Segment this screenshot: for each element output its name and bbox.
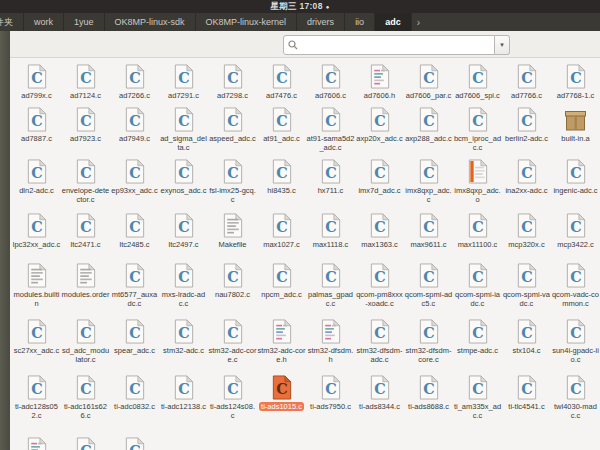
file-item[interactable]: C ti-ads8688.c [404, 374, 453, 420]
clock-indicator[interactable]: 星期三 17:08 ● [270, 1, 329, 13]
file-item[interactable]: imx8qxp_adc.o [453, 158, 502, 204]
file-item[interactable]: C ad7266.c [110, 63, 159, 100]
file-item[interactable]: ad7606.h [355, 63, 404, 100]
file-item[interactable]: C fsl-imx25-gcq.c [208, 158, 257, 204]
file-item[interactable]: C max1363.c [355, 212, 404, 249]
file-item[interactable]: C ad7887.c [12, 106, 61, 152]
file-item[interactable]: C stm32-dfsdm-core.c [404, 318, 453, 364]
file-item[interactable]: C imx8qxp_adc.c [404, 158, 453, 204]
file-item[interactable]: C ina2xx-adc.c [502, 158, 551, 204]
file-item[interactable]: C mt6577_auxadc.c [110, 262, 159, 308]
file-item[interactable]: C sd_adc_modulator.c [61, 318, 110, 364]
file-item[interactable]: C qcom-spmi-vadc.c [502, 262, 551, 308]
file-item[interactable]: C qcom-spmi-iadc.c [453, 262, 502, 308]
path-tab[interactable]: work [24, 13, 64, 31]
path-tab[interactable]: drivers [297, 13, 345, 31]
file-item[interactable]: C max9611.c [404, 212, 453, 249]
file-item[interactable]: C berlin2-adc.c [502, 106, 551, 152]
file-item[interactable]: C stm32-adc-core.c [208, 318, 257, 364]
file-item[interactable]: C ti-tlc4541.c [502, 374, 551, 420]
file-icon: C [125, 436, 145, 450]
file-item[interactable]: C ad7949.c [110, 106, 159, 152]
file-item[interactable]: C stm32-dfsdm-adc.c [355, 318, 404, 364]
file-item[interactable]: C ti-ads1015.c [257, 374, 306, 420]
file-item[interactable]: C hi8435.c [257, 158, 306, 204]
file-item[interactable]: C ltc2485.c [110, 212, 159, 249]
file-item[interactable]: C ti-ads8344.c [355, 374, 404, 420]
file-item[interactable]: C sc27xx_adc.c [12, 318, 61, 364]
file-item[interactable]: C ad799x.c [12, 63, 61, 100]
file-item[interactable]: C ad7606.c [306, 63, 355, 100]
file-item[interactable]: C ti-adc12138.c [159, 374, 208, 420]
file-item[interactable]: C ad7606_spi.c [453, 63, 502, 100]
file-item[interactable]: C envelope-detector.c [61, 158, 110, 204]
file-item[interactable]: C qcom-spmi-adc5.c [404, 262, 453, 308]
file-item[interactable]: built-in.a [551, 106, 600, 152]
file-item[interactable]: C ad7298.c [208, 63, 257, 100]
file-item[interactable]: C [110, 436, 159, 450]
file-item[interactable]: C ti_am335x_adc.c [453, 374, 502, 420]
search-input[interactable] [301, 37, 490, 53]
file-item[interactable]: C ltc2471.c [61, 212, 110, 249]
file-item[interactable]: C ad7766.c [502, 63, 551, 100]
file-item[interactable]: C ltc2497.c [159, 212, 208, 249]
file-item[interactable]: C stm32-adc.c [159, 318, 208, 364]
file-item[interactable]: C qcom-pm8xxx-xoadc.c [355, 262, 404, 308]
file-item[interactable]: modules.order [61, 262, 110, 308]
path-tab[interactable]: OK8MP-linux-kernel [196, 13, 298, 31]
file-item[interactable]: C stmpe-adc.c [453, 318, 502, 364]
file-item[interactable]: stm32-adc-core.h [257, 318, 306, 364]
file-item[interactable]: C twl4030-madc.c [551, 374, 600, 420]
file-item[interactable]: C axp20x_adc.c [355, 106, 404, 152]
file-item[interactable]: modules.builtin [12, 262, 61, 308]
chevron-right-icon[interactable]: › [412, 13, 425, 31]
file-item[interactable]: C ti-adc161s626.c [61, 374, 110, 420]
path-tab[interactable]: OK8MP-linux-sdk [105, 13, 196, 31]
file-item[interactable]: C mcp320x.c [502, 212, 551, 249]
file-item[interactable]: C qcom-vadc-common.c [551, 262, 600, 308]
file-item[interactable]: C ti-adc0832.c [110, 374, 159, 420]
file-item[interactable]: stm32-dfsdm.h [306, 318, 355, 364]
file-item[interactable]: C ad7923.c [61, 106, 110, 152]
file-item[interactable]: C max1118.c [306, 212, 355, 249]
file-item[interactable]: Makefile [208, 212, 257, 249]
file-item[interactable]: C imx7d_adc.c [355, 158, 404, 204]
file-item[interactable]: C axp288_adc.c [404, 106, 453, 152]
file-item[interactable]: C bcm_iproc_adc.c [453, 106, 502, 152]
file-item[interactable]: C ad7768-1.c [551, 63, 600, 100]
file-item[interactable]: C stx104.c [502, 318, 551, 364]
file-item[interactable]: C palmas_gpadc.c [306, 262, 355, 308]
file-item[interactable]: C mxs-lradc-adc.c [159, 262, 208, 308]
file-item[interactable]: C at91_adc.c [257, 106, 306, 152]
search-dropdown-button[interactable]: ▾ [495, 35, 510, 55]
path-tab[interactable]: adc [375, 13, 412, 31]
file-item[interactable]: C npcm_adc.c [257, 262, 306, 308]
path-tab[interactable]: 1yue [64, 13, 105, 31]
file-item[interactable] [12, 436, 61, 450]
file-item[interactable]: C mcp3422.c [551, 212, 600, 249]
file-item[interactable]: C [61, 436, 110, 450]
file-item[interactable]: C aspeed_adc.c [208, 106, 257, 152]
file-item[interactable]: C lpc32xx_adc.c [12, 212, 61, 249]
file-item[interactable]: C ad7476.c [257, 63, 306, 100]
file-item[interactable]: C ad7291.c [159, 63, 208, 100]
file-item[interactable]: C dln2-adc.c [12, 158, 61, 204]
file-item[interactable]: C ad7606_par.c [404, 63, 453, 100]
file-item[interactable]: C ingenic-adc.c [551, 158, 600, 204]
file-item[interactable]: C ti-adc128s052.c [12, 374, 61, 420]
file-item[interactable]: C at91-sama5d2_adc.c [306, 106, 355, 152]
file-item[interactable]: C ep93xx_adc.c [110, 158, 159, 204]
file-item[interactable]: C ti-ads7950.c [306, 374, 355, 420]
file-item[interactable]: C hx711.c [306, 158, 355, 204]
file-item[interactable]: C sun4i-gpadc-iio.c [551, 318, 600, 364]
file-item[interactable]: C nau7802.c [208, 262, 257, 308]
path-tab[interactable]: iio [345, 13, 375, 31]
file-item[interactable]: C max1027.c [257, 212, 306, 249]
file-item[interactable]: C ad7124.c [61, 63, 110, 100]
file-item[interactable]: C ti-ads124s08.c [208, 374, 257, 420]
file-item[interactable]: C max11100.c [453, 212, 502, 249]
path-tab[interactable]: 件夹 [0, 13, 24, 31]
file-item[interactable]: C ad_sigma_delta.c [159, 106, 208, 152]
file-item[interactable]: C spear_adc.c [110, 318, 159, 364]
file-item[interactable]: C exynos_adc.c [159, 158, 208, 204]
